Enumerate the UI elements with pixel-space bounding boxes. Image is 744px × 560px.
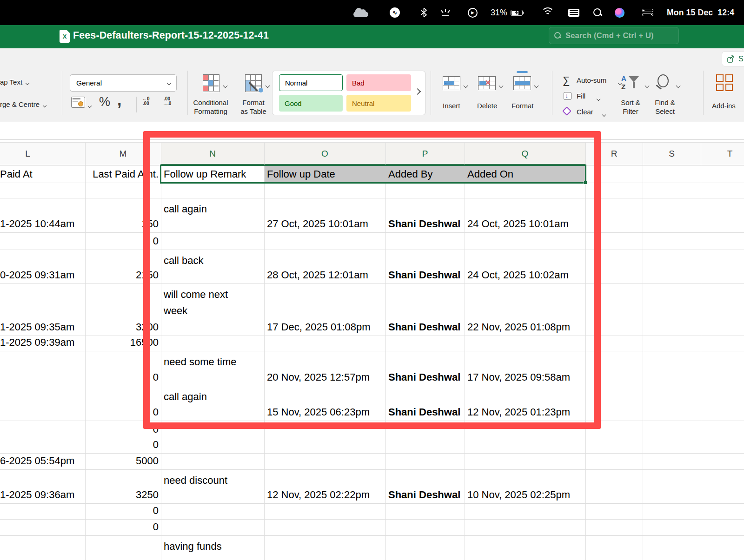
number-format-select[interactable]: General (70, 74, 177, 92)
autosum-button[interactable]: Auto-sum (577, 76, 606, 84)
clear-button[interactable]: Clear (577, 108, 593, 116)
delete-button[interactable]: Delete (477, 102, 497, 110)
cell-L12[interactable]: 6-2025 05:54pm (0, 453, 85, 469)
keyboard-brightness-icon[interactable] (440, 0, 451, 25)
sort-filter-icon[interactable]: A Z (621, 74, 642, 93)
cell-style-normal[interactable]: Normal (279, 74, 343, 91)
cell-M14[interactable]: 0 (85, 503, 161, 519)
increase-decimal-button[interactable]: ←0.00 (142, 97, 150, 106)
document-title: Fees-Defaulters-Report-15-12-2025-12-41 (73, 30, 269, 41)
excel-doc-icon: X (60, 30, 70, 43)
insert-cells-icon[interactable]: ← (443, 76, 460, 90)
ribbon: S ap Text rge & Centre General % , ←0.00… (0, 48, 744, 122)
format-as-table-chevron[interactable] (266, 81, 269, 89)
cell-L3[interactable]: 1-2025 10:44am (0, 198, 85, 232)
accounting-format-chevron[interactable] (88, 101, 91, 109)
column-header-L[interactable]: L (0, 143, 85, 165)
format-chevron[interactable] (535, 81, 538, 89)
wifi-icon[interactable] (541, 0, 555, 25)
conditional-formatting-button[interactable]: ConditionalFormatting (185, 98, 236, 116)
insert-button[interactable]: Insert (443, 102, 460, 110)
cloud-icon[interactable] (353, 0, 368, 25)
format-as-table-button[interactable]: Formatas Table (232, 98, 274, 116)
shazam-icon[interactable]: ∿ (389, 0, 400, 25)
conditional-formatting-chevron[interactable] (224, 81, 227, 89)
menubar-clock[interactable]: Mon 15 Dec 12:4 (667, 0, 744, 25)
cell-style-bad[interactable]: Bad (346, 74, 411, 91)
fill-icon: ↓ (564, 92, 571, 100)
column-header-S[interactable]: S (643, 143, 701, 165)
cell-L6[interactable]: 1-2025 09:35am (0, 283, 85, 336)
accounting-format-icon[interactable] (71, 97, 85, 108)
conditional-formatting-icon[interactable] (203, 74, 219, 92)
battery-percent: 31% (488, 0, 510, 25)
percent-style-button[interactable]: % (99, 95, 110, 109)
cell-L5[interactable]: 0-2025 09:31am (0, 250, 85, 283)
fill-button[interactable]: Fill (577, 92, 585, 100)
input-source-icon[interactable] (568, 0, 580, 25)
cell-M15[interactable]: 0 (85, 519, 161, 535)
spreadsheet: LMNOPQRST Paid AtLast Paid Amt.Follow up… (0, 122, 744, 560)
merge-centre-button[interactable]: rge & Centre (0, 100, 46, 108)
share-label: S (738, 55, 744, 63)
spotlight-icon[interactable] (592, 0, 603, 25)
cell-N16[interactable]: having funds (161, 535, 264, 560)
insert-chevron[interactable] (464, 81, 467, 89)
siri-icon[interactable] (614, 0, 625, 25)
sort-filter-button[interactable]: Sort &Filter (617, 98, 644, 116)
find-select-icon[interactable] (655, 74, 673, 93)
gridline-vertical (701, 143, 701, 560)
cell-L7[interactable]: 1-2025 09:39am (0, 336, 85, 351)
delete-cells-icon[interactable]: × (478, 76, 496, 90)
play-circle-icon[interactable]: ▶ (467, 0, 478, 25)
format-button[interactable]: Format (512, 102, 534, 110)
battery-icon[interactable] (510, 0, 524, 25)
share-button[interactable]: S (722, 51, 744, 66)
search-input[interactable]: Search (Cmd + Ctrl + U) (549, 27, 679, 44)
autosum-icon: ∑ (563, 74, 570, 86)
add-ins-icon[interactable] (716, 74, 733, 91)
column-header-T[interactable]: T (701, 143, 744, 165)
cell-M13[interactable]: 3250 (85, 469, 161, 503)
format-cells-icon[interactable] (513, 76, 531, 90)
excel-titlebar: X Fees-Defaulters-Report-15-12-2025-12-4… (0, 25, 744, 48)
macos-menubar: ∿ ▶ 31% Mon 15 Dec 12:4 (0, 0, 744, 25)
share-icon (727, 55, 735, 63)
cell-M11[interactable]: 0 (85, 438, 161, 453)
bluetooth-icon[interactable] (418, 0, 429, 25)
cell-L1[interactable]: Paid At (0, 165, 85, 183)
search-placeholder: Search (Cmd + Ctrl + U) (565, 31, 654, 40)
find-select-chevron[interactable] (677, 81, 680, 89)
cell-Q13[interactable]: 10 Nov, 2025 02:25pm (465, 469, 585, 503)
format-as-table-icon[interactable] (245, 74, 262, 92)
cell-L13[interactable]: 1-2025 09:36am (0, 469, 85, 503)
control-center-icon[interactable] (642, 0, 654, 25)
fill-chevron[interactable] (597, 94, 600, 102)
cell-M12[interactable]: 5000 (85, 453, 161, 469)
cell-P13[interactable]: Shani Deshwal (385, 469, 465, 503)
sort-filter-chevron[interactable] (645, 81, 649, 89)
delete-chevron[interactable] (499, 81, 503, 89)
cell-style-good[interactable]: Good (279, 95, 343, 112)
annotation-rectangle (143, 131, 601, 429)
cell-O13[interactable]: 12 Nov, 2025 02:22pm (264, 469, 385, 503)
clear-icon (562, 106, 571, 116)
comma-style-button[interactable]: , (117, 91, 121, 109)
wrap-text-button[interactable]: ap Text (0, 78, 29, 86)
add-ins-button[interactable]: Add-ins (712, 102, 736, 110)
find-select-button[interactable]: Find &Select (651, 98, 679, 116)
gridline-horizontal (0, 535, 744, 536)
screen: ∿ ▶ 31% Mon 15 Dec 12:4 X Fees-Defau (0, 0, 744, 560)
cell-N13[interactable]: need discount (161, 469, 264, 503)
cell-style-neutral[interactable]: Neutral (346, 95, 411, 112)
search-icon (554, 32, 561, 39)
decrease-decimal-button[interactable]: .00→.0 (163, 97, 171, 106)
clear-chevron[interactable] (603, 110, 605, 118)
gridline-vertical (643, 143, 643, 560)
